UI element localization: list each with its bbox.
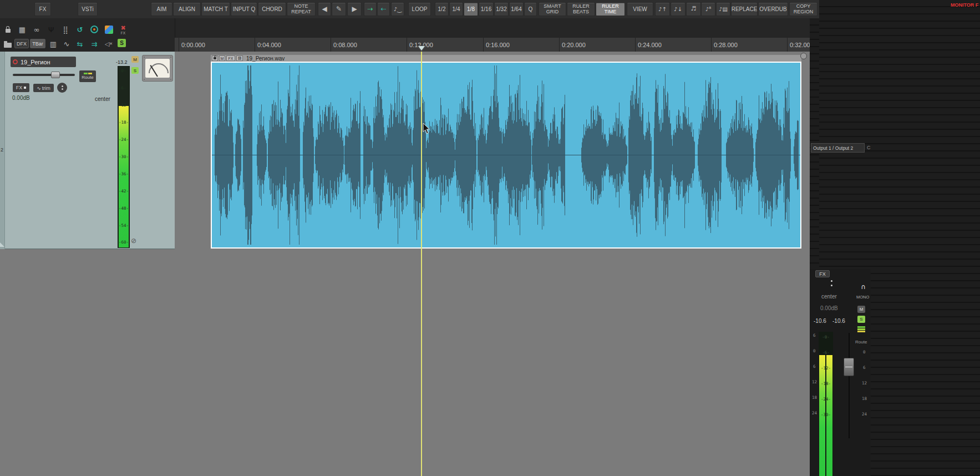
trim-button[interactable]: ∿ trim xyxy=(33,84,54,92)
master-gain-readout[interactable]: 0.00dB xyxy=(820,305,838,311)
step-insert-icon[interactable]: ⇢ xyxy=(364,2,377,16)
headphones-icon[interactable]: ∩ xyxy=(861,283,866,291)
record-mode-icon[interactable] xyxy=(88,23,101,36)
fader-scale-label: 18 xyxy=(862,396,867,401)
folder-icon[interactable] xyxy=(1,37,14,50)
master-peak-right[interactable]: -10.6 xyxy=(832,318,845,324)
dfx-button[interactable]: DFX xyxy=(14,39,29,48)
grid-1-16-button[interactable]: 1/16 xyxy=(479,2,494,16)
fader-scale-label: 6 xyxy=(813,333,816,338)
copy-region-button[interactable]: COPY REGION xyxy=(789,2,817,16)
grid-view-icon[interactable]: ▦ xyxy=(16,23,29,36)
track-name-field[interactable]: 19_Регион xyxy=(11,57,76,67)
mouse-cursor xyxy=(423,123,431,135)
quantize-button[interactable]: Q xyxy=(524,2,537,16)
fx-glyph-label: FX xyxy=(121,31,126,36)
smart-grid-button[interactable]: SMART GRID xyxy=(539,2,566,16)
note-keys-icon[interactable]: ♪▤ xyxy=(716,2,730,16)
more-options-button[interactable] xyxy=(57,83,67,93)
master-pan-knob[interactable] xyxy=(831,280,832,286)
waveform-canvas xyxy=(212,63,800,247)
match-t-button[interactable]: MATCH T xyxy=(201,2,230,16)
color-palette-icon[interactable] xyxy=(102,23,115,36)
item-fx-icon[interactable]: FX xyxy=(226,55,235,61)
step-back-icon[interactable]: ⇠ xyxy=(377,2,390,16)
master-mute-button[interactable]: M xyxy=(857,306,865,313)
grid-1-2-button[interactable]: 1/2 xyxy=(435,2,449,16)
envelope-icon[interactable]: ∿ xyxy=(60,37,73,50)
ruler-time-button[interactable]: RULER TIME xyxy=(596,2,625,16)
scrub-tool-icon[interactable]: ✎ xyxy=(332,2,346,16)
routing-swap-icon[interactable]: ⇆ xyxy=(73,37,87,50)
route-button[interactable]: Route xyxy=(79,70,96,82)
no-input-icon[interactable]: ⊘ xyxy=(131,237,136,245)
grid-1-32-button[interactable]: 1/32 xyxy=(494,2,509,16)
panel-resize-grip[interactable] xyxy=(0,242,4,247)
note-up-icon[interactable]: ♪↑ xyxy=(655,2,670,16)
mono-label[interactable]: MONO xyxy=(856,295,869,300)
master-fx-button[interactable]: FX xyxy=(815,270,830,277)
dot-grid-icon[interactable]: ⣿ xyxy=(59,23,72,36)
media-item-body[interactable] xyxy=(211,62,801,249)
track-peak-readout[interactable]: -13.2 xyxy=(116,59,128,65)
master-fader-handle[interactable] xyxy=(844,358,854,376)
item-thumbnail-icon[interactable]: ▨ xyxy=(236,55,243,61)
master-route-label[interactable]: Route xyxy=(855,340,867,345)
master-pan-readout[interactable]: center xyxy=(821,293,837,300)
ruler-label: 0:04.000 xyxy=(255,38,281,52)
note-repeat-button[interactable]: NOTE REPEAT xyxy=(287,2,316,16)
meter-scale-label: -60- xyxy=(119,240,131,245)
media-item[interactable]: M FX ▨ 19_Регион.wav xyxy=(211,55,801,249)
ruler-beats-button[interactable]: RULER BEATS xyxy=(567,2,595,16)
track-fx-button[interactable]: FX xyxy=(13,83,29,92)
track-solo-button[interactable]: S xyxy=(131,67,139,74)
monitor-fx-label[interactable]: MONITOR F xyxy=(951,2,980,8)
volume-slider[interactable] xyxy=(13,72,75,78)
timeline-ruler[interactable]: 0:00.000 0:04.000 0:08.000 0:12.000 0:16… xyxy=(175,38,810,52)
track-pan-readout[interactable]: center xyxy=(95,96,110,102)
track-fx-label: FX xyxy=(16,85,23,90)
grid-1-8-button[interactable]: 1/8 xyxy=(464,2,478,16)
overdub-button[interactable]: OVERDUB xyxy=(758,2,788,16)
edit-cursor-line xyxy=(421,52,422,476)
volume-handle[interactable] xyxy=(51,72,60,78)
play-icon[interactable]: ▶ xyxy=(347,2,362,16)
remove-fx-icon[interactable]: ✖ FX xyxy=(116,22,130,38)
grid-1-4-button[interactable]: 1/4 xyxy=(449,2,463,16)
grid-1-64-button[interactable]: 1/64 xyxy=(509,2,524,16)
fx-button[interactable]: FX xyxy=(34,2,51,16)
view-button[interactable]: VIEW xyxy=(627,2,653,16)
mic-mixer-icon[interactable]: Ψ xyxy=(44,23,58,36)
loop-button[interactable]: LOOP xyxy=(408,2,431,16)
track-mute-button[interactable]: M xyxy=(131,56,139,63)
item-mute-icon[interactable]: M xyxy=(219,55,225,61)
aim-button[interactable]: AIM xyxy=(151,2,172,16)
master-route-icon[interactable] xyxy=(857,326,865,333)
speaker-off-icon[interactable]: ◁✕ xyxy=(102,37,115,50)
solo-toggle-chip[interactable]: S xyxy=(118,39,126,47)
track-gain-readout[interactable]: 0.00dB xyxy=(12,95,30,101)
note-pair-icon[interactable]: ♬ xyxy=(686,2,701,16)
routing-send-icon[interactable]: ⇉ xyxy=(88,37,101,50)
undo-icon[interactable]: ↺ xyxy=(73,23,87,36)
media-item-header[interactable]: M FX ▨ 19_Регион.wav xyxy=(211,55,801,62)
fader-grid-icon[interactable]: ▥ xyxy=(47,37,60,50)
input-q-button[interactable]: INPUT Q xyxy=(231,2,257,16)
prev-marker-icon[interactable]: ◀ xyxy=(318,2,331,16)
lock-icon[interactable] xyxy=(1,23,14,36)
link-icon[interactable]: ∞ xyxy=(30,23,43,36)
vsti-button[interactable]: VSTi xyxy=(78,2,98,16)
chord-button[interactable]: CHORD xyxy=(258,2,286,16)
note-down-icon[interactable]: ♪↓ xyxy=(671,2,686,16)
note-octave-icon[interactable]: ♪⁸ xyxy=(701,2,715,16)
tbar-button[interactable]: TBar xyxy=(30,39,45,48)
record-arm-icon[interactable] xyxy=(13,59,18,64)
replace-button[interactable]: REPLACE xyxy=(731,2,758,16)
scrollbar-thumb[interactable] xyxy=(800,53,807,59)
item-lock-icon[interactable] xyxy=(212,55,218,61)
master-peak-left[interactable]: -10.6 xyxy=(814,318,826,324)
align-button[interactable]: ALIGN xyxy=(173,2,201,16)
tie-notes-icon[interactable]: ♪‿ xyxy=(391,2,404,16)
master-solo-button[interactable]: S xyxy=(857,316,865,323)
output-routing-button[interactable]: Output 1 / Output 2 xyxy=(811,143,865,153)
